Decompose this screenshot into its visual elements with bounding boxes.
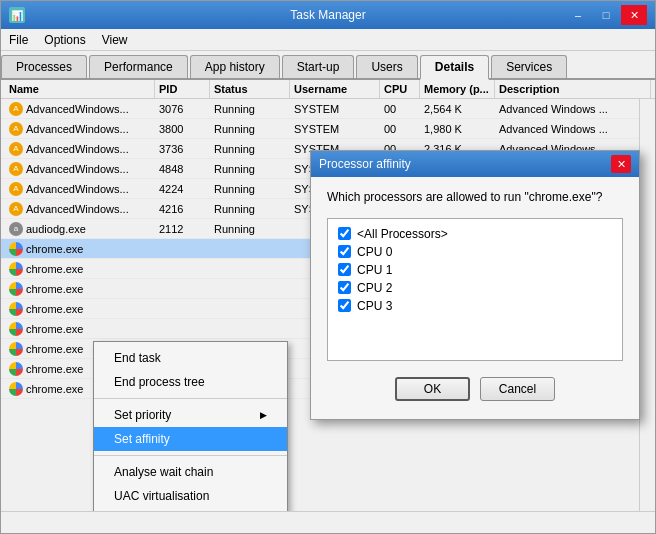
ctx-uac-virtualisation[interactable]: UAC virtualisation [94, 484, 287, 508]
cell-pid: 3800 [155, 122, 210, 136]
chrome-icon [9, 282, 23, 296]
cell-pid: 4224 [155, 182, 210, 196]
context-menu: End task End process tree Set priority ▶… [93, 341, 288, 511]
dialog-title-bar: Processor affinity ✕ [311, 151, 639, 177]
ctx-analyse-wait-chain[interactable]: Analyse wait chain [94, 460, 287, 484]
tab-processes[interactable]: Processes [1, 55, 87, 78]
processor-cpu2: CPU 2 [338, 279, 612, 297]
cancel-button[interactable]: Cancel [480, 377, 555, 401]
process-icon: A [9, 122, 23, 136]
app-icon: 📊 [9, 7, 25, 23]
col-cpu[interactable]: CPU [380, 80, 420, 98]
ctx-set-priority[interactable]: Set priority ▶ [94, 403, 287, 427]
processor-all: <All Processors> [338, 225, 612, 243]
tab-performance[interactable]: Performance [89, 55, 188, 78]
processor-cpu2-label: CPU 2 [357, 281, 392, 295]
cell-status [210, 248, 290, 250]
cell-name: chrome.exe [5, 301, 155, 317]
col-memory[interactable]: Memory (p... [420, 80, 495, 98]
cell-status: Running [210, 202, 290, 216]
cell-name: chrome.exe [5, 261, 155, 277]
title-bar: 📊 Task Manager – □ ✕ [1, 1, 655, 29]
menu-options[interactable]: Options [36, 29, 93, 50]
ctx-end-task[interactable]: End task [94, 346, 287, 370]
process-icon: a [9, 222, 23, 236]
processor-all-checkbox[interactable] [338, 227, 351, 240]
cell-pid: 2112 [155, 222, 210, 236]
processor-cpu1-checkbox[interactable] [338, 263, 351, 276]
processors-list: <All Processors> CPU 0 CPU 1 CPU 2 CPU 3 [327, 218, 623, 361]
chrome-icon [9, 362, 23, 376]
cell-name: chrome.exe [5, 321, 155, 337]
status-bar [1, 511, 655, 533]
cell-memory: 1,980 K [420, 122, 495, 136]
processor-cpu0: CPU 0 [338, 243, 612, 261]
cell-name: chrome.exe [5, 241, 155, 257]
processor-cpu1-label: CPU 1 [357, 263, 392, 277]
ctx-divider [94, 398, 287, 399]
cell-name: A AdvancedWindows... [5, 181, 155, 197]
processor-cpu2-checkbox[interactable] [338, 281, 351, 294]
tab-app-history[interactable]: App history [190, 55, 280, 78]
cell-name: A AdvancedWindows... [5, 121, 155, 137]
chrome-icon [9, 322, 23, 336]
processor-affinity-dialog[interactable]: Processor affinity ✕ Which processors ar… [310, 150, 640, 420]
tab-users[interactable]: Users [356, 55, 417, 78]
submenu-arrow: ▶ [260, 410, 267, 420]
tab-startup[interactable]: Start-up [282, 55, 355, 78]
cell-desc: Advanced Windows ... [495, 122, 651, 136]
dialog-body: Which processors are allowed to run "chr… [311, 177, 639, 419]
cell-name: A AdvancedWindows... [5, 101, 155, 117]
processor-all-label: <All Processors> [357, 227, 448, 241]
cell-cpu: 00 [380, 122, 420, 136]
chrome-icon [9, 342, 23, 356]
cell-pid: 4848 [155, 162, 210, 176]
cell-name: a audiodg.exe [5, 221, 155, 237]
scrollbar[interactable] [639, 99, 655, 511]
process-icon: A [9, 182, 23, 196]
ctx-end-process-tree[interactable]: End process tree [94, 370, 287, 394]
process-icon: A [9, 162, 23, 176]
processor-cpu3-label: CPU 3 [357, 299, 392, 313]
minimize-button[interactable]: – [565, 5, 591, 25]
chrome-icon [9, 262, 23, 276]
cell-cpu: 00 [380, 102, 420, 116]
ctx-set-affinity[interactable]: Set affinity [94, 427, 287, 451]
window-title: Task Manager [290, 8, 365, 22]
cell-username: SYSTEM [290, 102, 380, 116]
close-button[interactable]: ✕ [621, 5, 647, 25]
ok-button[interactable]: OK [395, 377, 470, 401]
col-name[interactable]: Name [5, 80, 155, 98]
chrome-icon [9, 242, 23, 256]
cell-desc: Advanced Windows ... [495, 102, 651, 116]
dialog-close-button[interactable]: ✕ [611, 155, 631, 173]
cell-status: Running [210, 122, 290, 136]
col-username[interactable]: Username [290, 80, 380, 98]
chrome-icon [9, 382, 23, 396]
title-bar-left: 📊 [9, 7, 25, 23]
tab-details[interactable]: Details [420, 55, 489, 80]
dialog-question: Which processors are allowed to run "chr… [327, 189, 623, 206]
menu-view[interactable]: View [94, 29, 136, 50]
table-row[interactable]: A AdvancedWindows... 3076 Running SYSTEM… [1, 99, 655, 119]
processor-cpu0-checkbox[interactable] [338, 245, 351, 258]
process-icon: A [9, 202, 23, 216]
cell-memory: 2,564 K [420, 102, 495, 116]
ctx-create-dump-file[interactable]: Create dump file [94, 508, 287, 511]
menu-file[interactable]: File [1, 29, 36, 50]
cell-status: Running [210, 222, 290, 236]
maximize-button[interactable]: □ [593, 5, 619, 25]
col-desc[interactable]: Description [495, 80, 651, 98]
processor-cpu3: CPU 3 [338, 297, 612, 315]
tab-services[interactable]: Services [491, 55, 567, 78]
cell-pid: 3736 [155, 142, 210, 156]
cell-status: Running [210, 142, 290, 156]
col-pid[interactable]: PID [155, 80, 210, 98]
col-status[interactable]: Status [210, 80, 290, 98]
processor-cpu0-label: CPU 0 [357, 245, 392, 259]
processor-cpu3-checkbox[interactable] [338, 299, 351, 312]
cell-name: chrome.exe [5, 281, 155, 297]
cell-name: A AdvancedWindows... [5, 161, 155, 177]
dialog-buttons: OK Cancel [327, 371, 623, 407]
table-row[interactable]: A AdvancedWindows... 3800 Running SYSTEM… [1, 119, 655, 139]
